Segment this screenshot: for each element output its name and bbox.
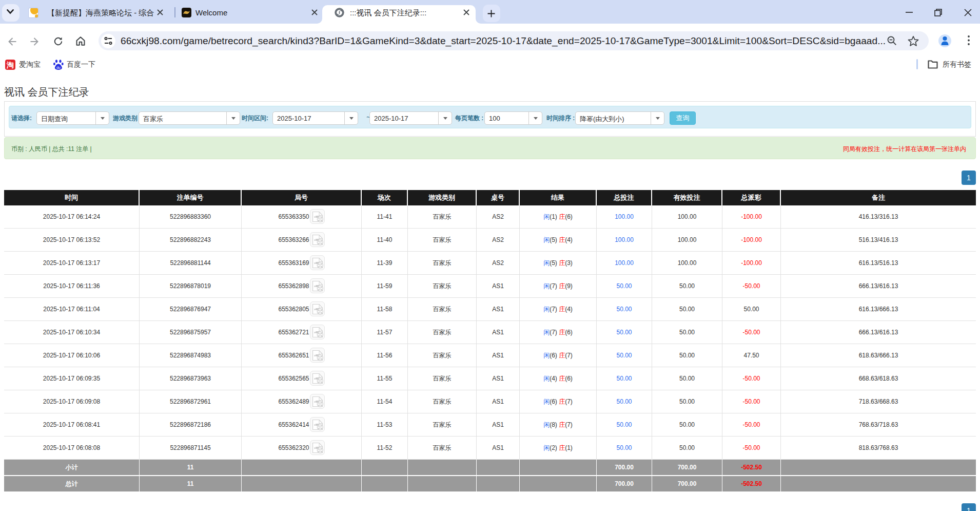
svg-text:du: du: [56, 66, 61, 69]
